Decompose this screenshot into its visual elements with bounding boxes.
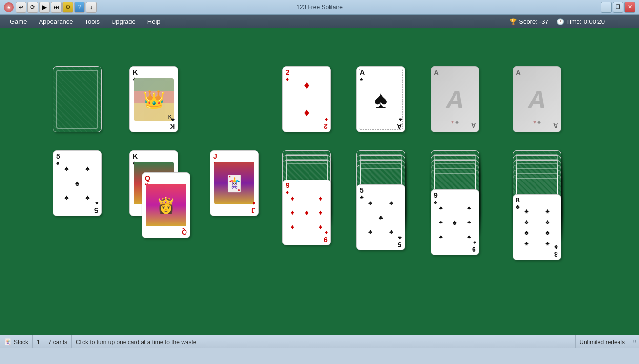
card-rank: 8 bbox=[516, 197, 520, 203]
card-suit: ♦ bbox=[286, 76, 289, 82]
status-hint: Click to turn up one card at a time to t… bbox=[72, 335, 576, 348]
status-redeals-text: Unlimited redeals bbox=[579, 339, 625, 345]
status-pile-label: Stock bbox=[14, 339, 28, 345]
card-rank: 5 bbox=[360, 187, 364, 194]
down-button[interactable]: ↓ bbox=[86, 2, 97, 13]
clock-icon: 🕐 bbox=[557, 18, 564, 25]
stock-pile[interactable] bbox=[53, 66, 102, 132]
redo-button[interactable]: ⟳ bbox=[27, 2, 38, 13]
time-item: 🕐 Time: 0:00:20 bbox=[557, 18, 605, 25]
skip-button[interactable]: ⏭ bbox=[51, 2, 62, 13]
time-value: 0:00:20 bbox=[584, 18, 605, 25]
card-rank: Q bbox=[145, 175, 150, 182]
tableau-col5-5c[interactable]: 5 ♣ ♣♣ ♣♣ ♣ 5 ♣ bbox=[356, 184, 405, 250]
tableau-col1[interactable]: 5 ♠ ♠♠ ♠♠ ♠ 5 ♠ bbox=[53, 150, 102, 216]
minimize-button[interactable]: – bbox=[601, 2, 612, 13]
card-rank-bottom: 5 bbox=[94, 207, 98, 214]
waste-pile[interactable]: K ♣ 👑 K K ♣ bbox=[129, 66, 178, 132]
card-rank: 2 bbox=[286, 69, 289, 76]
card-suit-bottom: ♣ bbox=[398, 234, 402, 241]
card-rank: K bbox=[133, 153, 138, 160]
card-suit-bottom: ♦ bbox=[325, 116, 328, 123]
window-controls: – ❐ ✕ bbox=[601, 2, 635, 13]
card-suit-bottom: ♣ bbox=[171, 116, 175, 123]
menu-tools[interactable]: Tools bbox=[80, 17, 104, 26]
foundation-as[interactable]: A ♠ ♠ A ♠ bbox=[356, 66, 405, 132]
tableau-col4-9d[interactable]: 9 ♦ ♦♦ ♦♦♦ ♦♦ ♦ 9 ♦ bbox=[282, 180, 331, 245]
maximize-button[interactable]: ❐ bbox=[613, 2, 623, 13]
card-suit-bottom: ♦ bbox=[325, 229, 328, 236]
card-rank-bottom: 9 bbox=[472, 246, 476, 253]
close-button[interactable]: ✕ bbox=[624, 2, 635, 13]
card-rank-bottom: Q bbox=[182, 229, 187, 236]
score-item: 🏆 Score: -37 bbox=[509, 18, 548, 25]
card-rank-bottom: 9 bbox=[324, 236, 328, 243]
menu-appearance[interactable]: Appearance bbox=[34, 17, 78, 26]
status-bar: 🃏 Stock 1 7 cards Click to turn up one c… bbox=[0, 335, 639, 348]
status-pile-count: 1 bbox=[33, 335, 44, 348]
score-label: Score: bbox=[519, 18, 537, 25]
card-suit-bottom: ♣ bbox=[554, 244, 558, 251]
face-illustration: 👸 bbox=[146, 184, 186, 226]
status-count-value: 1 bbox=[37, 339, 40, 345]
stock-icon: 🃏 bbox=[4, 338, 12, 345]
menu-help[interactable]: Help bbox=[143, 17, 165, 26]
card-pip-top: ♦ bbox=[304, 79, 309, 92]
status-cards-value: 7 cards bbox=[48, 339, 67, 345]
status-hint-text: Click to turn up one card at a time to t… bbox=[76, 339, 196, 345]
foundation-slot-3[interactable]: A A ♥♣ A bbox=[431, 66, 479, 132]
score-icon: 🏆 bbox=[509, 18, 517, 25]
help-button[interactable]: ? bbox=[74, 2, 85, 13]
window-title: 123 Free Solitaire bbox=[296, 4, 343, 11]
card-rank: 9 bbox=[434, 192, 438, 199]
status-redeals: Unlimited redeals bbox=[576, 335, 629, 348]
settings-button[interactable]: ⚙ bbox=[62, 2, 73, 13]
card-rank: 9 bbox=[286, 182, 289, 189]
tableau-2d[interactable]: 2 ♦ ♦ ♦ 2 ♦ bbox=[282, 66, 331, 132]
app-icon: ♠ bbox=[4, 2, 14, 12]
score-value: -37 bbox=[539, 18, 549, 25]
tableau-col7-8c[interactable]: 8 ♣ ♣♣ ♣♣ ♣♣ ♣♣ 8 ♣ bbox=[513, 194, 561, 260]
card-rank: J bbox=[213, 153, 217, 160]
card-rank-bottom: 8 bbox=[554, 251, 558, 258]
card-rank-bottom: 5 bbox=[398, 241, 402, 248]
tableau-col3-jack[interactable]: J ♦ 🃏 J ♦ bbox=[210, 150, 259, 216]
card-rank: 5 bbox=[56, 153, 60, 160]
status-pile-cards: 7 cards bbox=[44, 335, 72, 348]
status-pile-type: 🃏 Stock bbox=[0, 335, 33, 348]
card-suit-bottom: ♠ bbox=[95, 200, 98, 207]
card-suit-bottom: ♦ bbox=[252, 200, 255, 207]
tableau-col6-9s[interactable]: 9 ♠ ♠♠ ♠♠♠ ♠♠ ♠ 9 ♠ bbox=[431, 189, 479, 255]
card-rank: K bbox=[133, 69, 138, 76]
card-suit-bottom: ♠ bbox=[399, 116, 402, 123]
face-illustration: 🃏 bbox=[214, 162, 254, 204]
menu-upgrade[interactable]: Upgrade bbox=[106, 17, 141, 26]
card-rank-bottom: 2 bbox=[324, 123, 328, 130]
status-grip: ⠿ bbox=[629, 335, 639, 348]
time-label: Time: bbox=[566, 18, 582, 25]
menu-bar: Game Appearance Tools Upgrade Help 🏆 Sco… bbox=[0, 15, 639, 28]
card-suit-bottom: ♠ bbox=[473, 239, 476, 246]
game-area: K ♣ 👑 K K ♣ 2 ♦ ♦ ♦ 2 ♦ bbox=[0, 28, 639, 335]
card-pip-bottom: ♦ bbox=[304, 107, 309, 120]
title-bar-left: ♠ ↩ ⟳ ▶ ⏭ ⚙ ? ↓ bbox=[4, 2, 97, 13]
card-rank-bottom: K bbox=[170, 123, 175, 130]
tableau-col2-queen[interactable]: Q ♥ 👸 Q bbox=[142, 172, 190, 238]
face-illustration: 👑 K bbox=[134, 79, 174, 120]
play-button[interactable]: ▶ bbox=[39, 2, 50, 13]
card-rank-bottom: J bbox=[251, 207, 255, 214]
foundation-slot-4[interactable]: A A ♥♣ A bbox=[513, 66, 561, 132]
menu-game[interactable]: Game bbox=[5, 17, 32, 26]
score-display: 🏆 Score: -37 🕐 Time: 0:00:20 bbox=[509, 18, 605, 25]
title-bar: ♠ ↩ ⟳ ▶ ⏭ ⚙ ? ↓ 123 Free Solitaire – ❐ ✕ bbox=[0, 0, 639, 15]
toolbar-icons: ↩ ⟳ ▶ ⏭ ⚙ ? ↓ bbox=[16, 2, 97, 13]
undo-button[interactable]: ↩ bbox=[16, 2, 26, 13]
grip-icon: ⠿ bbox=[633, 339, 636, 344]
card-rank-bottom: A bbox=[397, 123, 402, 130]
